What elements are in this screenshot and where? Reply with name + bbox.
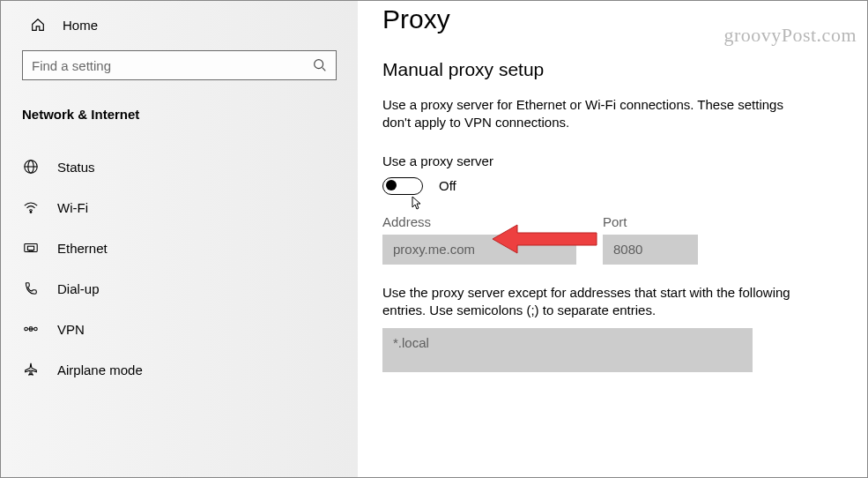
sidebar-item-status[interactable]: Status [1,146,358,187]
cursor-icon [412,196,424,214]
sidebar-item-label: Ethernet [57,241,108,256]
search-box[interactable] [22,50,337,80]
sidebar-item-airplane[interactable]: Airplane mode [1,349,358,390]
sidebar-item-label: Dial-up [57,281,100,296]
address-column: Address [382,214,576,265]
toggle-label: Use a proxy server [382,153,834,168]
exceptions-description: Use the proxy server except for addresse… [382,284,823,320]
sidebar-item-label: Status [57,160,95,175]
svg-point-12 [34,327,38,331]
sidebar-section-title: Network & Internet [1,91,358,131]
svg-rect-7 [27,246,33,250]
svg-point-0 [315,60,323,69]
ethernet-icon [22,240,40,256]
proxy-toggle[interactable] [382,177,423,195]
sidebar-nav: Status Wi-Fi [1,146,358,390]
port-column: Port [603,214,698,265]
svg-point-11 [25,327,28,331]
watermark: groovyPost.com [723,24,857,47]
address-port-row: Address Port [382,214,834,265]
sidebar-item-label: Wi-Fi [57,200,88,215]
vpn-icon [22,321,40,337]
search-wrap [1,41,358,91]
toggle-state: Off [439,178,456,193]
search-input[interactable] [32,58,311,73]
sidebar-item-dialup[interactable]: Dial-up [1,268,358,309]
sidebar-item-vpn[interactable]: VPN [1,309,358,349]
sidebar-item-label: Airplane mode [57,362,143,377]
content-pane: Proxy Manual proxy setup Use a proxy ser… [358,1,867,477]
sidebar-item-ethernet[interactable]: Ethernet [1,228,358,268]
port-input[interactable] [603,235,698,265]
svg-line-1 [323,68,326,71]
sidebar-home[interactable]: Home [1,8,358,41]
sidebar-item-wifi[interactable]: Wi-Fi [1,187,358,228]
address-input[interactable] [382,235,576,265]
airplane-icon [22,362,40,377]
settings-sidebar: Home Network & Internet [1,1,358,477]
home-label: Home [63,18,98,33]
phone-icon [22,280,40,296]
proxy-toggle-row: Off [382,177,834,195]
search-icon [311,57,329,73]
section-heading: Manual proxy setup [382,59,834,80]
wifi-icon [22,199,40,215]
exceptions-input[interactable] [382,328,753,372]
home-icon [29,17,47,33]
section-description: Use a proxy server for Ethernet or Wi-Fi… [382,96,805,132]
sidebar-item-label: VPN [57,322,85,337]
address-label: Address [382,214,576,229]
globe-icon [22,159,40,175]
svg-point-5 [30,212,32,213]
port-label: Port [603,214,698,229]
